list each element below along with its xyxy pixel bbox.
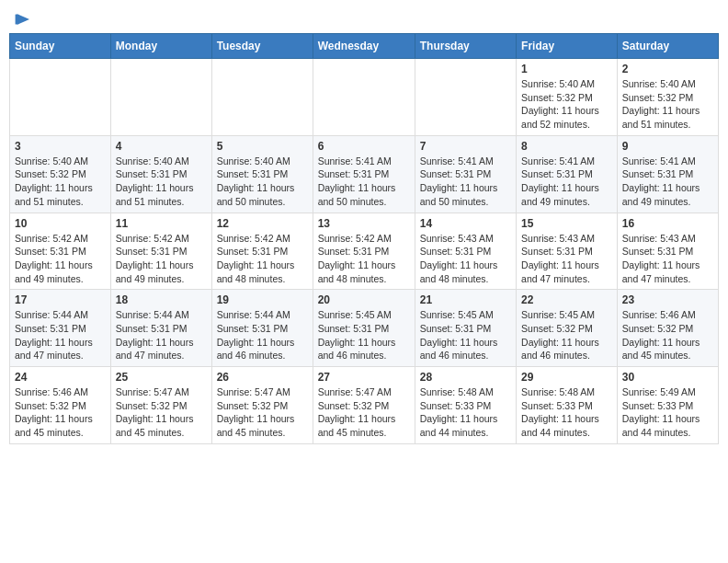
calendar-cell: 12Sunrise: 5:42 AM Sunset: 5:31 PM Dayli… <box>211 213 313 290</box>
day-info: Sunrise: 5:47 AM Sunset: 5:32 PM Dayligh… <box>116 385 207 440</box>
day-info: Sunrise: 5:44 AM Sunset: 5:31 PM Dayligh… <box>15 308 106 362</box>
day-number: 27 <box>318 371 410 384</box>
day-number: 24 <box>15 371 106 384</box>
calendar-cell: 13Sunrise: 5:42 AM Sunset: 5:31 PM Dayli… <box>313 213 415 290</box>
calendar-cell: 20Sunrise: 5:45 AM Sunset: 5:31 PM Dayli… <box>313 290 415 367</box>
calendar-table: SundayMondayTuesdayWednesdayThursdayFrid… <box>9 33 719 444</box>
calendar-week-4: 17Sunrise: 5:44 AM Sunset: 5:31 PM Dayli… <box>10 290 719 367</box>
calendar-cell: 27Sunrise: 5:47 AM Sunset: 5:32 PM Dayli… <box>313 367 415 444</box>
calendar-cell: 26Sunrise: 5:47 AM Sunset: 5:32 PM Dayli… <box>211 367 313 444</box>
day-number: 17 <box>15 293 106 306</box>
header-day-monday: Monday <box>110 34 211 59</box>
calendar-body: 1Sunrise: 5:40 AM Sunset: 5:32 PM Daylig… <box>10 59 719 444</box>
day-info: Sunrise: 5:41 AM Sunset: 5:31 PM Dayligh… <box>622 155 713 209</box>
day-info: Sunrise: 5:43 AM Sunset: 5:31 PM Dayligh… <box>622 232 713 286</box>
calendar-cell: 18Sunrise: 5:44 AM Sunset: 5:31 PM Dayli… <box>110 290 211 367</box>
day-number: 9 <box>622 140 713 153</box>
day-info: Sunrise: 5:42 AM Sunset: 5:31 PM Dayligh… <box>217 232 308 286</box>
calendar-cell: 28Sunrise: 5:48 AM Sunset: 5:33 PM Dayli… <box>415 367 516 444</box>
header-day-saturday: Saturday <box>617 34 718 59</box>
day-info: Sunrise: 5:45 AM Sunset: 5:31 PM Dayligh… <box>318 308 410 362</box>
calendar-week-3: 10Sunrise: 5:42 AM Sunset: 5:31 PM Dayli… <box>10 213 719 290</box>
day-number: 12 <box>217 217 308 230</box>
calendar-cell: 16Sunrise: 5:43 AM Sunset: 5:31 PM Dayli… <box>617 213 718 290</box>
day-number: 4 <box>116 140 207 153</box>
day-number: 6 <box>318 140 410 153</box>
day-info: Sunrise: 5:40 AM Sunset: 5:32 PM Dayligh… <box>15 155 106 209</box>
calendar-cell: 9Sunrise: 5:41 AM Sunset: 5:31 PM Daylig… <box>617 135 718 213</box>
header-day-thursday: Thursday <box>415 34 516 59</box>
calendar-cell <box>110 59 211 136</box>
day-number: 2 <box>622 63 713 75</box>
day-number: 25 <box>116 371 207 384</box>
calendar-week-2: 3Sunrise: 5:40 AM Sunset: 5:32 PM Daylig… <box>10 135 719 213</box>
page-header <box>9 9 719 26</box>
day-number: 8 <box>521 140 612 153</box>
header-day-wednesday: Wednesday <box>313 34 415 59</box>
day-number: 13 <box>318 217 410 230</box>
day-number: 16 <box>622 217 713 230</box>
header-day-tuesday: Tuesday <box>211 34 313 59</box>
day-number: 3 <box>15 140 106 153</box>
day-number: 7 <box>420 140 511 153</box>
day-number: 28 <box>420 371 511 384</box>
day-number: 21 <box>420 293 511 306</box>
logo-icon <box>15 13 31 26</box>
calendar-cell: 21Sunrise: 5:45 AM Sunset: 5:31 PM Dayli… <box>415 290 516 367</box>
calendar-cell <box>211 59 313 136</box>
day-number: 20 <box>318 293 410 306</box>
calendar-cell: 25Sunrise: 5:47 AM Sunset: 5:32 PM Dayli… <box>110 367 211 444</box>
day-info: Sunrise: 5:42 AM Sunset: 5:31 PM Dayligh… <box>116 232 207 286</box>
day-info: Sunrise: 5:48 AM Sunset: 5:33 PM Dayligh… <box>521 385 612 440</box>
header-day-sunday: Sunday <box>10 34 111 59</box>
svg-marker-0 <box>17 14 29 24</box>
calendar-cell: 11Sunrise: 5:42 AM Sunset: 5:31 PM Dayli… <box>110 213 211 290</box>
calendar-cell: 19Sunrise: 5:44 AM Sunset: 5:31 PM Dayli… <box>211 290 313 367</box>
calendar-week-1: 1Sunrise: 5:40 AM Sunset: 5:32 PM Daylig… <box>10 59 719 136</box>
day-info: Sunrise: 5:44 AM Sunset: 5:31 PM Dayligh… <box>217 308 308 362</box>
calendar-header-row: SundayMondayTuesdayWednesdayThursdayFrid… <box>10 34 719 59</box>
day-info: Sunrise: 5:42 AM Sunset: 5:31 PM Dayligh… <box>318 232 410 286</box>
day-info: Sunrise: 5:42 AM Sunset: 5:31 PM Dayligh… <box>15 232 106 286</box>
calendar-cell: 6Sunrise: 5:41 AM Sunset: 5:31 PM Daylig… <box>313 135 415 213</box>
calendar-cell: 29Sunrise: 5:48 AM Sunset: 5:33 PM Dayli… <box>517 367 618 444</box>
day-number: 19 <box>217 293 308 306</box>
day-info: Sunrise: 5:41 AM Sunset: 5:31 PM Dayligh… <box>318 155 410 209</box>
calendar-cell: 7Sunrise: 5:41 AM Sunset: 5:31 PM Daylig… <box>415 135 516 213</box>
day-number: 1 <box>521 63 612 75</box>
day-number: 5 <box>217 140 308 153</box>
day-number: 30 <box>622 371 713 384</box>
day-info: Sunrise: 5:48 AM Sunset: 5:33 PM Dayligh… <box>420 385 511 440</box>
day-number: 29 <box>521 371 612 384</box>
day-info: Sunrise: 5:44 AM Sunset: 5:31 PM Dayligh… <box>116 308 207 362</box>
calendar-cell: 8Sunrise: 5:41 AM Sunset: 5:31 PM Daylig… <box>517 135 618 213</box>
day-number: 14 <box>420 217 511 230</box>
day-number: 22 <box>521 293 612 306</box>
day-number: 11 <box>116 217 207 230</box>
calendar-cell: 4Sunrise: 5:40 AM Sunset: 5:31 PM Daylig… <box>110 135 211 213</box>
day-number: 15 <box>521 217 612 230</box>
calendar-cell: 1Sunrise: 5:40 AM Sunset: 5:32 PM Daylig… <box>517 59 618 136</box>
calendar-cell <box>10 59 111 136</box>
day-info: Sunrise: 5:41 AM Sunset: 5:31 PM Dayligh… <box>420 155 511 209</box>
calendar-cell: 22Sunrise: 5:45 AM Sunset: 5:32 PM Dayli… <box>517 290 618 367</box>
day-number: 23 <box>622 293 713 306</box>
calendar-header: SundayMondayTuesdayWednesdayThursdayFrid… <box>10 34 719 59</box>
calendar-cell: 17Sunrise: 5:44 AM Sunset: 5:31 PM Dayli… <box>10 290 111 367</box>
day-info: Sunrise: 5:47 AM Sunset: 5:32 PM Dayligh… <box>318 385 410 440</box>
calendar-cell: 3Sunrise: 5:40 AM Sunset: 5:32 PM Daylig… <box>10 135 111 213</box>
calendar-cell: 23Sunrise: 5:46 AM Sunset: 5:32 PM Dayli… <box>617 290 718 367</box>
day-info: Sunrise: 5:46 AM Sunset: 5:32 PM Dayligh… <box>15 385 106 440</box>
day-info: Sunrise: 5:46 AM Sunset: 5:32 PM Dayligh… <box>622 308 713 362</box>
calendar-cell: 24Sunrise: 5:46 AM Sunset: 5:32 PM Dayli… <box>10 367 111 444</box>
calendar-cell <box>313 59 415 136</box>
day-info: Sunrise: 5:40 AM Sunset: 5:32 PM Dayligh… <box>622 77 713 132</box>
day-info: Sunrise: 5:40 AM Sunset: 5:31 PM Dayligh… <box>217 155 308 209</box>
day-info: Sunrise: 5:47 AM Sunset: 5:32 PM Dayligh… <box>217 385 308 440</box>
calendar-cell: 5Sunrise: 5:40 AM Sunset: 5:31 PM Daylig… <box>211 135 313 213</box>
calendar-cell: 15Sunrise: 5:43 AM Sunset: 5:31 PM Dayli… <box>517 213 618 290</box>
day-info: Sunrise: 5:41 AM Sunset: 5:31 PM Dayligh… <box>521 155 612 209</box>
calendar-cell: 14Sunrise: 5:43 AM Sunset: 5:31 PM Dayli… <box>415 213 516 290</box>
logo <box>13 9 31 26</box>
day-info: Sunrise: 5:43 AM Sunset: 5:31 PM Dayligh… <box>420 232 511 286</box>
